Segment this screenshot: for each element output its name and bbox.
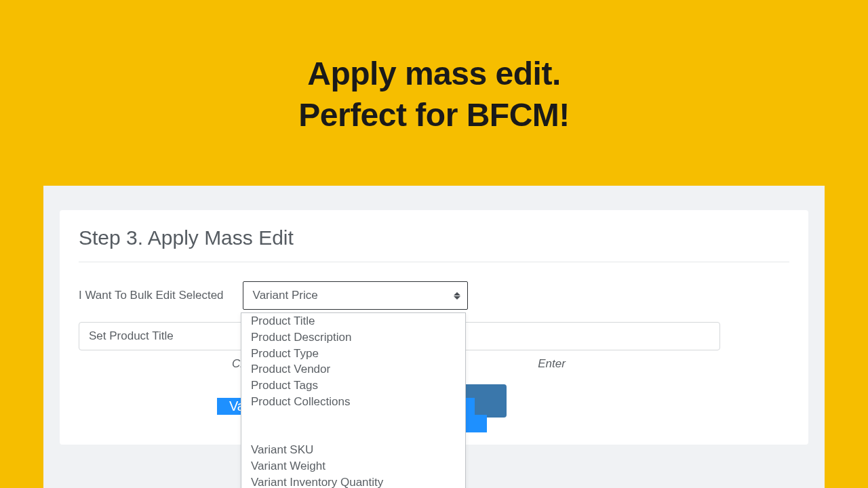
bulk-edit-dropdown[interactable]: Product Title Product Description Produc… [241,312,466,488]
dropdown-option[interactable]: Product Tags [241,378,465,394]
dropdown-option[interactable]: Variant Weight [241,458,465,474]
dropdown-option[interactable]: Variant Inventory Quantity [241,474,465,489]
field-row: I Want To Bulk Edit Selected Variant Pri… [79,281,789,310]
input-placeholder: Set Product Title [89,329,174,343]
hint-right: Enter [538,357,566,371]
hero-line-1: Apply mass edit. [307,56,560,92]
hero-line-2: Perfect for BFCM! [298,97,570,133]
dropdown-option[interactable]: Product Collections [241,394,465,410]
dropdown-option[interactable]: Variant SKU [241,442,465,458]
dropdown-option[interactable]: Product Title [241,313,465,329]
step-title: Step 3. Apply Mass Edit [79,226,789,262]
bulk-edit-select[interactable]: Variant Price [243,281,468,310]
dropdown-option[interactable]: Product Type [241,346,465,362]
select-arrows-icon [454,290,460,301]
dropdown-option[interactable]: Product Description [241,329,465,346]
dropdown-option[interactable]: Product Vendor [241,361,465,378]
hero-heading: Apply mass edit. Perfect for BFCM! [0,0,868,136]
field-label: I Want To Bulk Edit Selected [79,289,224,302]
select-value: Variant Price [253,289,318,302]
